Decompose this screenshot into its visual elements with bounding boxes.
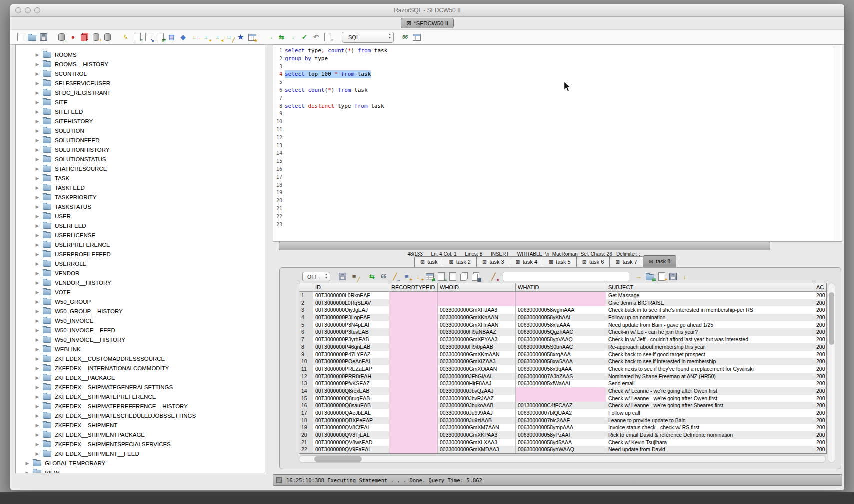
paste-rows-icon[interactable]: ▦ [470,272,481,282]
row-number-cell[interactable]: 4 [300,314,314,322]
tree-item[interactable]: ▶USERROLE [16,259,265,268]
table-cell[interactable]: 006300000058xw5AAA [516,358,606,366]
disclosure-icon[interactable]: ▶ [35,72,40,76]
row-number-cell[interactable]: 19 [300,424,314,432]
disclosure-icon[interactable]: ▶ [35,385,40,390]
tree-item[interactable]: ▶USER [16,212,265,221]
disclosure-icon[interactable]: ▶ [35,347,40,352]
table-cell[interactable]: Check back to see if good target prospec… [606,351,814,358]
tree-item[interactable]: ▶W50_INVOICE [16,316,265,326]
db-object-icon[interactable] [102,32,113,42]
table-cell[interactable]: 200 [814,336,826,344]
tree-item[interactable]: ▶TASK [16,174,265,183]
table-cell[interactable] [390,306,438,314]
minimize-window-button[interactable] [25,8,31,14]
disclosure-icon[interactable]: ▶ [35,157,40,162]
disclosure-icon[interactable]: ▶ [35,271,40,276]
table-cell[interactable] [390,322,438,329]
table-cell[interactable]: 00T3000000QAeJbEAL [314,410,390,417]
copy-results-icon[interactable]: ⇄ [424,272,435,282]
table-cell[interactable]: 0033000000GmXKPAA3 [438,432,516,439]
column-header[interactable]: SUBJECT [606,284,814,292]
disclosure-icon[interactable]: ▶ [35,366,40,371]
tree-item[interactable]: ▶ZKFEDEX__CUSTOMADDRESSSOURCE [16,354,265,364]
table-cell[interactable] [390,388,438,395]
table-cell[interactable]: 00T3000000P3LopEAF [314,314,390,322]
disclosure-icon[interactable]: ▶ [35,119,40,124]
tree-item[interactable]: ▶ROOMS [16,50,265,60]
table-row[interactable]: 1500T3000000Q8rugEAB0033000000JbvRJAAZCh… [300,395,826,402]
tree-item[interactable]: ▶ROOMS__HISTORY [16,60,265,69]
open-file-icon[interactable] [27,32,38,42]
tree-item[interactable]: ▶ZKFEDEX__PACKAGE [16,373,265,382]
row-number-cell[interactable]: 6 [300,328,314,336]
disclosure-icon[interactable]: ▶ [35,376,40,380]
tree-item[interactable]: ▶SITE [16,98,265,107]
disclosure-icon[interactable]: ▶ [35,356,40,362]
disclosure-icon[interactable]: ▶ [35,214,40,219]
tab-close-icon[interactable]: ⊠ [649,258,654,265]
tree-item[interactable]: ▶TASKPRIORITY [16,192,265,202]
table-cell[interactable]: 006300000058yhWAAQ [516,446,606,454]
table-row[interactable]: 400T3000000P3LopEAF0033000000GmXKnAAN006… [300,314,826,322]
table-cell[interactable]: 00T3000000L0RknEAF [314,292,390,300]
table-cell[interactable]: 006300000058ypVAAQ [516,336,606,344]
table-cell[interactable]: 00630000005xfWaAAI [516,380,606,388]
table-cell[interactable]: 00T3000000QV8TjEAL [314,432,390,439]
table-row[interactable]: 700T3000000P3yrbEAB0033000000GmXPYAA3006… [300,336,826,344]
table-row[interactable]: 1900T3000000QV8CfEAL0033000000GmXM7AAN00… [300,424,826,432]
table-cell[interactable]: 00T3000000PREZaEAP [314,366,390,373]
table-cell[interactable]: 0033000000Ju9J9AAJ [438,410,516,417]
table-cell[interactable]: 00T3000000P3N4pEAF [314,322,390,329]
result-tab[interactable]: ⊠task 4 [510,256,544,268]
table-cell[interactable]: 0033000000JFhGlAAL [438,373,516,380]
table-cell[interactable]: 0033000000H9i0pAAB [438,344,516,351]
disclosure-icon[interactable]: ▶ [35,318,40,324]
table-cell[interactable] [390,314,438,322]
filter-sort-icon[interactable]: ≡╱ [349,272,360,282]
table-cell[interactable] [438,300,516,307]
copy-rows-icon[interactable] [459,272,470,282]
tree-item[interactable]: ▶ZKFEDEX__SHIPMENT__FEED [16,449,265,458]
export-data-icon[interactable]: ↘ [144,32,154,42]
table-cell[interactable]: Check w/ Kevin Tsujihara [606,439,814,446]
tab-close-icon[interactable]: ⊠ [482,259,487,266]
tree-item[interactable]: ▶SITEFEED [16,107,265,116]
export-results-icon[interactable]: ⇄ [645,272,656,282]
tab-close-icon[interactable]: ⊠ [406,20,412,26]
table-cell[interactable]: 0033000000JbvQzAAJ [438,388,516,395]
limit-select[interactable]: OFF ▲▼ [302,272,330,282]
table-cell[interactable]: 0033000000GmXIZAA3 [438,358,516,366]
tree-item[interactable]: ▶W50_INVOICE__HISTORY [16,335,265,344]
result-tab[interactable]: ⊠task [414,256,443,268]
table-cell[interactable]: 006300000058yPzAAI [516,432,606,439]
favorites-icon[interactable]: ★ [236,32,246,42]
disclosure-icon[interactable]: ▶ [35,90,40,96]
create-table-icon[interactable]: + [91,32,102,42]
table-cell[interactable] [516,388,606,395]
find-next-icon[interactable]: → [634,272,644,282]
disclosure-icon[interactable]: ▶ [35,432,40,438]
row-number-cell[interactable]: 21 [300,439,314,446]
column-header[interactable]: AC [814,284,826,292]
table-cell[interactable]: 006300000058wgmAAA [516,306,606,314]
table-cell[interactable]: 200 [814,424,826,432]
execute-all-icon[interactable]: ↓ [288,32,298,42]
drop-table-icon[interactable] [80,32,90,42]
row-number-cell[interactable]: 3 [300,306,314,314]
table-cell[interactable]: 200 [814,351,826,358]
row-number-cell[interactable]: 9 [300,351,314,358]
tree-item[interactable]: ▶SCONTROL [16,69,265,78]
row-number-cell[interactable]: 14 [300,388,314,395]
editor-scrollbar[interactable] [834,46,841,240]
disclosure-icon[interactable]: ▶ [35,328,40,333]
rollback-icon[interactable]: ↶ [311,32,322,42]
table-cell[interactable]: 00T3000000PfvKSEAZ [314,380,390,388]
table-row[interactable]: 600T3000000P3tuvEAB0033000000H9aNBAAZ006… [300,328,826,336]
row-number-cell[interactable]: 8 [300,344,314,351]
table-cell[interactable]: Check w/ Leanne - we're going after Owen… [606,395,814,402]
insert-column-icon[interactable]: ↓+ [413,272,424,282]
table-cell[interactable]: 00T3000000P47LYEAZ [314,351,390,358]
row-number-cell[interactable]: 18 [300,417,314,424]
save-icon[interactable] [38,32,49,42]
